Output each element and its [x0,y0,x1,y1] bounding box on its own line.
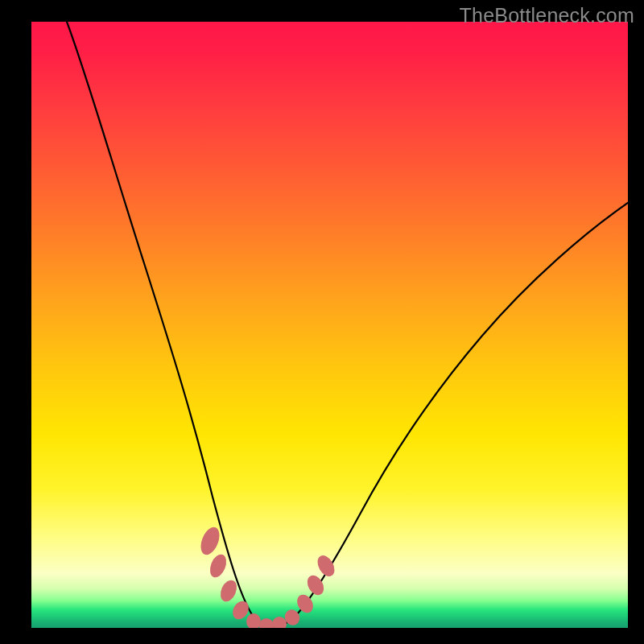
svg-point-6 [272,617,287,628]
plot-area [31,22,628,628]
svg-point-8 [294,592,316,616]
watermark-text: TheBottleneck.com [460,4,634,27]
curve-layer [31,22,628,628]
svg-point-4 [246,613,261,628]
svg-point-0 [197,525,223,558]
svg-point-1 [207,552,229,580]
optimal-markers [197,525,338,628]
svg-point-10 [314,552,338,579]
svg-point-5 [259,618,274,628]
bottleneck-curve [67,22,628,627]
chart-frame: TheBottleneck.com [0,0,644,644]
